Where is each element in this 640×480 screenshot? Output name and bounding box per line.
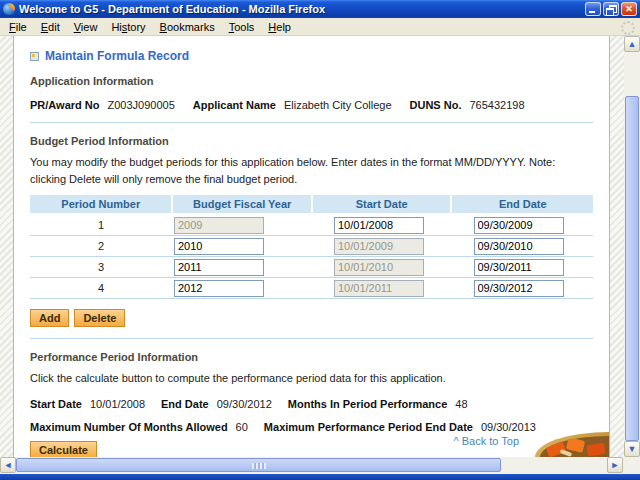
budget-period-heading: Budget Period Information <box>30 135 593 147</box>
add-button[interactable]: Add <box>30 309 69 327</box>
column-header-start-date: Start Date <box>313 195 451 213</box>
performance-period-instructions: Click the calculate button to compute th… <box>30 370 593 387</box>
start-date-input-4 <box>334 280 424 297</box>
performance-stats-row-1: Start Date 10/01/2008 End Date 09/30/201… <box>30 398 593 410</box>
months-in-period-label: Months In Period Performance <box>288 398 448 410</box>
menu-item-history[interactable]: History <box>104 19 152 35</box>
window-title: Welcome to G5 - Department of Education … <box>19 3 585 15</box>
activity-throbber-icon <box>621 21 635 35</box>
table-row: 4 <box>30 278 593 299</box>
period-number-4: 4 <box>30 282 172 294</box>
menu-item-view[interactable]: View <box>67 19 105 35</box>
scroll-up-button[interactable]: ▲ <box>624 36 640 52</box>
page-viewport: Maintain Formula Record Application Info… <box>0 36 640 457</box>
max-end-date-label: Maximum Performance Period End Date <box>264 421 473 433</box>
start-date-input-2 <box>334 238 424 255</box>
firefox-icon <box>3 3 15 15</box>
end-date-value: 09/30/2012 <box>217 398 272 410</box>
period-number-1: 1 <box>30 219 172 231</box>
end-date-input-3[interactable] <box>474 259 564 276</box>
menu-item-file[interactable]: File <box>2 19 34 35</box>
fiscal-year-input-4[interactable] <box>174 280 264 297</box>
end-date-input-2[interactable] <box>474 238 564 255</box>
back-to-top-link[interactable]: ^ Back to Top <box>454 435 520 447</box>
scrollbar-corner <box>623 457 640 474</box>
pr-award-label: PR/Award No <box>30 99 99 111</box>
minimize-button[interactable] <box>585 2 601 16</box>
end-date-input-1[interactable] <box>474 217 564 234</box>
menu-item-edit[interactable]: Edit <box>34 19 67 35</box>
applicant-name-label: Applicant Name <box>193 99 276 111</box>
horizontal-scroll-thumb[interactable] <box>16 458 501 472</box>
menu-item-bookmarks[interactable]: Bookmarks <box>153 19 222 35</box>
budget-period-instructions: You may modify the budget periods for th… <box>30 154 593 187</box>
record-form-icon <box>30 52 39 61</box>
pr-award-value: Z003J090005 <box>107 99 174 111</box>
vertical-scroll-thumb[interactable] <box>625 96 639 441</box>
page-background-left <box>0 36 13 457</box>
column-header-period-number: Period Number <box>30 195 171 213</box>
title-bar: Welcome to G5 - Department of Education … <box>0 0 640 18</box>
application-info-heading: Application Information <box>30 75 593 87</box>
close-button[interactable] <box>621 2 637 16</box>
budget-period-table: Period Number Budget Fiscal Year Start D… <box>30 195 593 299</box>
vertical-scrollbar[interactable]: ▲ ▼ <box>624 36 640 457</box>
fiscal-year-input-2[interactable] <box>174 238 264 255</box>
scroll-left-button[interactable]: ◄ <box>0 457 16 473</box>
table-header-row: Period Number Budget Fiscal Year Start D… <box>30 195 593 213</box>
end-date-label: End Date <box>161 398 209 410</box>
window-bottom-border <box>0 474 640 480</box>
period-number-3: 3 <box>30 261 172 273</box>
table-row: 2 <box>30 236 593 257</box>
horizontal-scrollbar[interactable]: ◄ ► <box>0 457 623 474</box>
calculate-button[interactable]: Calculate <box>30 441 97 458</box>
start-date-label: Start Date <box>30 398 82 410</box>
scroll-down-button[interactable]: ▼ <box>624 441 640 457</box>
delete-button[interactable]: Delete <box>74 309 125 327</box>
browser-window: Welcome to G5 - Department of Education … <box>0 0 640 480</box>
fiscal-year-input-1 <box>174 217 264 234</box>
max-end-date-value: 09/30/2013 <box>481 421 536 433</box>
column-header-end-date: End Date <box>452 195 593 213</box>
max-months-value: 60 <box>236 421 248 433</box>
fiscal-year-input-3[interactable] <box>174 259 264 276</box>
table-row: 1 <box>30 215 593 236</box>
start-date-input-3 <box>334 259 424 276</box>
column-header-budget-fiscal-year: Budget Fiscal Year <box>173 195 311 213</box>
months-in-period-value: 48 <box>455 398 467 410</box>
start-date-input-1[interactable] <box>334 217 424 234</box>
classroom-chairs-image <box>535 432 609 457</box>
restore-button[interactable] <box>603 2 619 16</box>
period-number-2: 2 <box>30 240 172 252</box>
content-panel: Maintain Formula Record Application Info… <box>13 36 610 457</box>
page-title: Maintain Formula Record <box>45 49 189 63</box>
menu-item-help[interactable]: Help <box>261 19 298 35</box>
max-months-label: Maximum Number Of Months Allowed <box>30 421 228 433</box>
performance-stats-row-2: Maximum Number Of Months Allowed 60 Maxi… <box>30 421 593 433</box>
duns-label: DUNS No. <box>410 99 462 111</box>
start-date-value: 10/01/2008 <box>90 398 145 410</box>
section-divider <box>30 338 593 339</box>
end-date-input-4[interactable] <box>474 280 564 297</box>
menu-item-tools[interactable]: Tools <box>222 19 262 35</box>
applicant-name-value: Elizabeth City College <box>284 99 392 111</box>
menu-bar: File Edit View History Bookmarks Tools H… <box>0 18 640 36</box>
table-row: 3 <box>30 257 593 278</box>
section-divider <box>30 122 593 123</box>
scroll-right-button[interactable]: ► <box>607 457 623 473</box>
duns-value: 765432198 <box>469 99 524 111</box>
performance-period-heading: Performance Period Information <box>30 351 593 363</box>
page-background-right <box>610 36 624 457</box>
application-info-row: PR/Award No Z003J090005 Applicant Name E… <box>30 99 593 111</box>
